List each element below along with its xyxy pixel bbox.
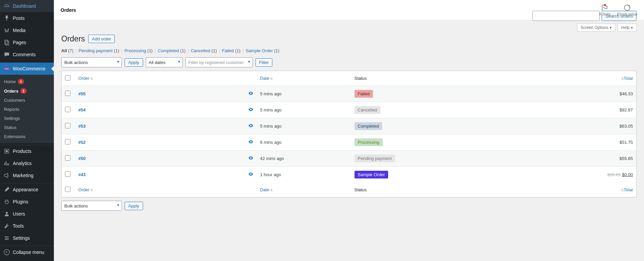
bulk-actions-select[interactable]: Bulk actions [61,57,122,67]
preview-icon[interactable] [248,171,253,178]
sidebar-item-comments[interactable]: Comments [0,48,54,61]
sidebar-item-plugins[interactable]: Plugins [0,196,54,208]
status-badge: Pending payment [354,155,395,162]
page-icon [3,39,10,46]
order-column-header[interactable]: Order⇅ [78,76,93,81]
date-column-header[interactable]: Date⇅ [260,187,273,192]
svg-rect-5 [6,150,8,152]
sidebar-item-settings[interactable]: Settings [0,232,54,244]
sidebar-item-media[interactable]: Media [0,24,54,36]
submenu-item-customers[interactable]: Customers [0,96,54,105]
submenu-item-orders[interactable]: Orders1 [0,86,54,96]
screen-options-button[interactable]: Screen Options ▾ [577,24,616,32]
order-date: 42 mins ago [257,151,351,167]
status-column-header: Status [351,71,589,86]
svg-rect-1 [6,41,9,45]
status-tab-pending-payment[interactable]: Pending payment [79,48,113,53]
row-checkbox[interactable] [65,123,70,128]
sidebar-item-users[interactable]: Users [0,208,54,220]
help-button[interactable]: Help ▾ [617,24,637,32]
order-link[interactable]: #54 [78,107,86,112]
sidebar-item-tools[interactable]: Tools [0,220,54,232]
row-checkbox[interactable] [65,91,70,96]
sidebar-item-woocommerce[interactable]: wooWooCommerce [0,63,54,75]
media-icon [3,27,10,34]
svg-point-7 [5,236,6,237]
preview-icon[interactable] [248,155,253,162]
sidebar-item-collapse-menu[interactable]: Collapse menu [0,246,54,258]
order-link[interactable]: #53 [78,124,86,129]
status-badge: Cancelled [354,106,381,114]
add-order-button[interactable]: Add order [88,35,115,43]
submenu-item-reports[interactable]: Reports [0,105,54,114]
submenu-item-extensions[interactable]: Extensions [0,132,54,141]
order-link[interactable]: #50 [78,156,86,161]
order-link[interactable]: #55 [78,91,86,96]
filter-button[interactable]: Filter [256,58,273,67]
apply-button[interactable]: Apply [125,58,143,67]
status-column-header: Status [351,183,589,197]
sidebar-item-analytics[interactable]: Analytics [0,157,54,169]
total-column-header[interactable]: ⇅Total [620,76,633,81]
order-link[interactable]: #43 [78,172,86,177]
table-row[interactable]: #526 mins agoProcessing$51.75 [62,134,637,151]
order-link[interactable]: #52 [78,140,86,145]
sidebar-item-products[interactable]: Products [0,145,54,157]
sidebar-item-appearance[interactable]: Appearance [0,184,54,196]
total-column-header[interactable]: ⇅Total [620,187,633,192]
status-tab-failed[interactable]: Failed [222,48,234,53]
marketing-icon [3,172,10,179]
select-all-checkbox-footer[interactable] [65,187,70,192]
table-row[interactable]: #535 mins agoCompleted$63.05 [62,118,637,134]
sort-icon: ⇅ [90,77,93,80]
tools-icon [3,223,10,229]
chevron-down-icon: ▾ [631,25,633,30]
main-area: Orders Activity Finish setup Screen Opti… [54,0,644,261]
preview-icon[interactable] [248,123,253,129]
sort-icon: ⇅ [621,77,624,80]
users-icon [3,210,10,217]
table-row[interactable]: #555 mins agoFailed$46.33 [62,86,637,102]
submenu-item-settings[interactable]: Settings [0,114,54,123]
comment-icon [3,51,10,58]
table-row[interactable]: #5042 mins agoPending payment$55.65 [62,151,637,167]
row-checkbox[interactable] [65,107,70,112]
count-badge: 1 [21,88,27,94]
sidebar-item-marketing[interactable]: Marketing [0,169,54,182]
search-input[interactable] [532,11,600,21]
table-row[interactable]: #431 hour agoSample Order$55.65 $0.00 [62,167,637,183]
progress-icon [623,4,631,11]
pin-icon [3,15,10,22]
customer-filter[interactable]: Filter by registered customer [185,57,253,67]
order-column-header[interactable]: Order⇅ [78,187,93,192]
submenu-item-status[interactable]: Status [0,123,54,132]
svg-point-10 [4,250,9,255]
preview-icon[interactable] [248,139,253,145]
bulk-actions-select-bottom[interactable]: Bulk actions [61,201,122,211]
order-total: $55.65 $0.00 [589,167,637,183]
sort-icon: ⇅ [270,77,273,80]
sidebar-item-posts[interactable]: Posts [0,12,54,24]
row-checkbox[interactable] [65,139,70,144]
date-column-header[interactable]: Date⇅ [260,76,273,81]
date-filter-select[interactable]: All dates [146,57,183,67]
table-row[interactable]: #545 mins agoCancelled$92.87 [62,102,637,118]
finish-setup-button[interactable]: Finish setup [617,4,637,16]
sidebar-item-pages[interactable]: Pages [0,36,54,48]
status-tab-sample-order[interactable]: Sample Order [246,48,273,53]
preview-icon[interactable] [248,91,253,97]
sidebar-item-dashboard[interactable]: Dashboard [0,0,54,12]
preview-icon[interactable] [248,107,253,113]
select-all-checkbox[interactable] [65,75,70,80]
order-date: 5 mins ago [257,102,351,118]
status-tab-cancelled[interactable]: Cancelled [191,48,210,53]
status-tab-processing[interactable]: Processing [125,48,146,53]
apply-button-bottom[interactable]: Apply [125,202,143,210]
row-checkbox[interactable] [65,171,70,177]
submenu-item-home[interactable]: Home4 [0,77,54,86]
products-icon [3,148,10,155]
status-badge: Failed [354,90,373,98]
activity-button[interactable]: Activity [599,4,611,16]
status-tab-completed[interactable]: Completed [158,48,179,53]
row-checkbox[interactable] [65,155,70,161]
